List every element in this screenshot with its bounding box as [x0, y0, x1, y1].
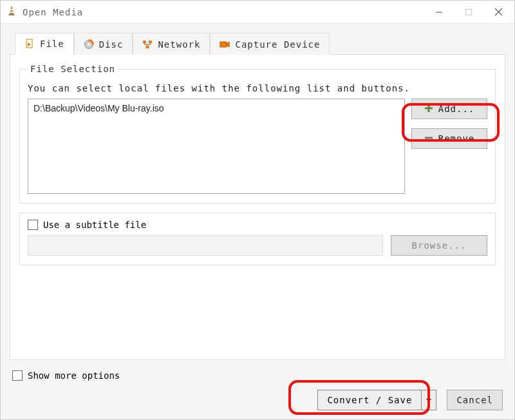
subtitle-group: Use a subtitle file Browse...	[19, 213, 496, 265]
show-more-options-checkbox[interactable]	[12, 370, 23, 381]
close-button[interactable]	[483, 2, 513, 23]
maximize-button[interactable]	[454, 2, 483, 23]
button-label: Cancel	[456, 395, 493, 405]
svg-rect-2	[9, 14, 15, 15]
svg-rect-13	[146, 46, 149, 48]
svg-rect-11	[143, 41, 146, 43]
convert-save-dropdown[interactable]	[421, 390, 436, 410]
disc-icon	[84, 39, 94, 50]
browse-button: Browse...	[391, 235, 487, 256]
svg-marker-19	[426, 399, 431, 402]
file-selection-group: File Selection You can select local file…	[19, 64, 496, 204]
button-label: Browse...	[412, 240, 467, 251]
add-button[interactable]: Add...	[411, 99, 487, 119]
convert-save-button[interactable]: Convert / Save	[317, 390, 436, 410]
svg-rect-12	[149, 41, 152, 43]
subtitle-checkbox[interactable]	[28, 220, 38, 230]
svg-rect-1	[10, 12, 14, 13]
file-list-item[interactable]: D:\Backup\Videos\My Blu-ray.iso	[33, 103, 399, 113]
capture-icon	[220, 39, 230, 50]
subtitle-path-input	[28, 235, 383, 256]
button-label: Remove	[438, 133, 475, 144]
show-more-options-row: Show more options	[10, 367, 505, 385]
tab-label: Capture Device	[235, 39, 320, 50]
tab-label: Network	[158, 39, 200, 50]
vlc-icon	[6, 5, 17, 19]
tab-capture[interactable]: Capture Device	[210, 33, 330, 55]
svg-point-10	[88, 43, 90, 46]
tab-network[interactable]: Network	[133, 33, 210, 55]
svg-rect-0	[10, 9, 13, 10]
remove-button[interactable]: Remove	[411, 128, 487, 149]
subtitle-label: Use a subtitle file	[43, 220, 146, 230]
file-list[interactable]: D:\Backup\Videos\My Blu-ray.iso	[28, 99, 405, 194]
window-title: Open Media	[23, 7, 83, 17]
tab-label: Disc	[99, 39, 124, 50]
tab-panel-file: File Selection You can select local file…	[10, 54, 505, 360]
tab-label: File	[40, 39, 64, 49]
file-selection-hint: You can select local files with the foll…	[28, 83, 487, 93]
svg-rect-14	[220, 42, 227, 47]
button-label: Add...	[438, 104, 475, 114]
tab-strip: File Disc Network Capture Device	[10, 33, 505, 55]
open-media-dialog: Open Media File Disc	[0, 0, 515, 420]
button-label: Convert / Save	[327, 395, 412, 405]
network-icon	[142, 39, 153, 50]
plus-icon	[424, 104, 433, 115]
minimize-button[interactable]	[424, 2, 454, 23]
titlebar: Open Media	[1, 1, 514, 24]
tab-file[interactable]: File	[15, 33, 74, 55]
tab-disc[interactable]: Disc	[74, 33, 133, 55]
svg-marker-15	[227, 42, 229, 47]
show-more-options-label: Show more options	[28, 370, 120, 381]
file-selection-legend: File Selection	[28, 64, 118, 74]
file-icon	[24, 39, 35, 49]
minus-icon	[424, 133, 433, 144]
cancel-button[interactable]: Cancel	[447, 390, 503, 410]
svg-rect-4	[466, 9, 472, 15]
